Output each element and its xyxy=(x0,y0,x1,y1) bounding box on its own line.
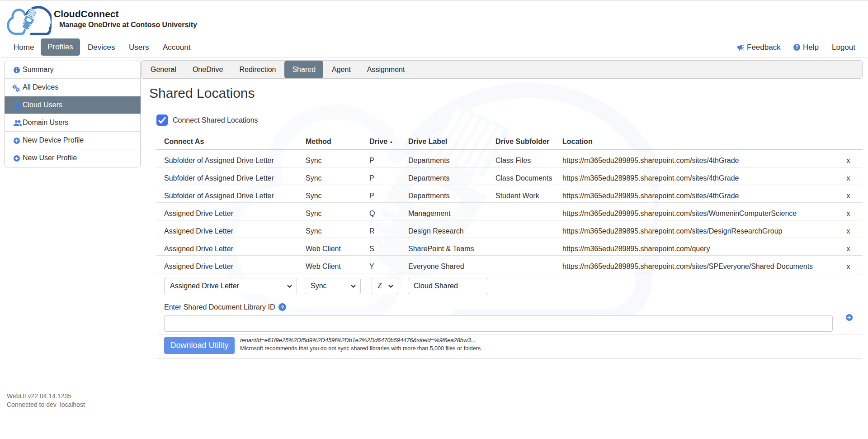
svg-text:?: ? xyxy=(795,45,798,50)
svg-text:?: ? xyxy=(281,304,284,310)
